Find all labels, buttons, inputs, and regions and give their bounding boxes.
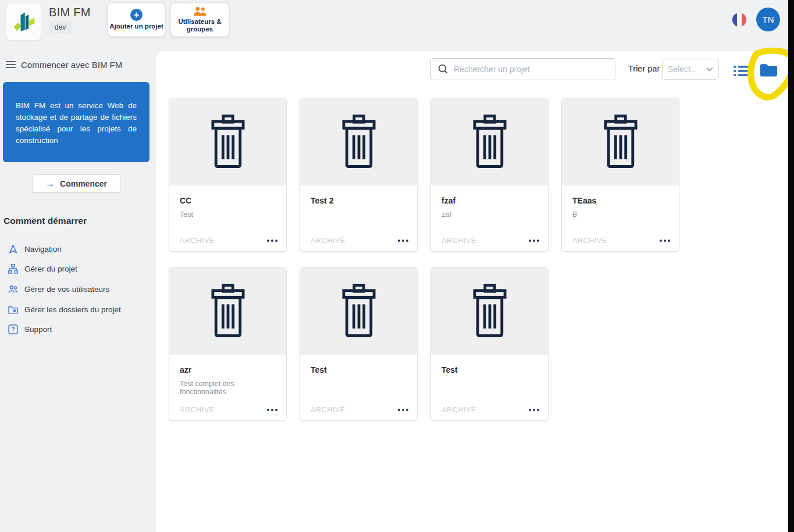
project-card[interactable]: Test ARCHIVÉ xyxy=(300,267,418,421)
search-box xyxy=(430,58,615,80)
add-project-button[interactable]: + Ajouter un projet xyxy=(108,3,165,37)
project-thumbnail xyxy=(562,98,679,185)
intro-card: BIM FM est un service Web de stockage et… xyxy=(3,82,149,162)
project-grid: CC Test ARCHIVÉ Test 2 ARCHIVÉ fzaf zaf xyxy=(169,98,682,421)
folder-view-icon[interactable] xyxy=(760,62,778,77)
sidebar-item-navigation[interactable]: Navigation xyxy=(8,239,121,259)
navigation-icon xyxy=(8,244,18,254)
help-icon: ? xyxy=(8,324,18,334)
users-outline-icon xyxy=(8,284,18,294)
card-menu-button[interactable] xyxy=(658,237,671,244)
trash-icon xyxy=(211,114,245,170)
chevron-down-icon xyxy=(706,67,713,72)
card-menu-button[interactable] xyxy=(528,406,540,413)
trash-icon xyxy=(604,114,638,170)
svg-text:?: ? xyxy=(11,326,15,333)
sidebar-item-label: Gérer les dossiers du projet xyxy=(24,305,121,314)
card-menu-button[interactable] xyxy=(266,406,279,413)
users-groups-label: Utilisateurs & groupes xyxy=(175,18,226,33)
sidebar-title: Commencer avec BIM FM xyxy=(21,60,122,70)
bim-fm-logo-icon xyxy=(11,9,37,35)
sidebar-item-manage-project[interactable]: Gérer du projet xyxy=(8,259,121,280)
sort-by-label: Trier par xyxy=(628,64,660,73)
app-title: BIM FM xyxy=(49,6,91,19)
plus-icon: + xyxy=(130,9,143,21)
project-subtitle: B xyxy=(572,210,668,219)
app-logo[interactable] xyxy=(6,3,41,41)
project-title: fzaf xyxy=(441,196,537,205)
project-subtitle: zaf xyxy=(441,210,537,219)
project-card[interactable]: fzaf zaf ARCHIVÉ xyxy=(430,98,549,252)
project-thumbnail xyxy=(169,267,286,355)
project-subtitle: Test complet des fonctionnalités xyxy=(180,380,276,396)
project-title: Test xyxy=(311,365,407,374)
card-menu-button[interactable] xyxy=(397,406,410,413)
environment-badge: dev xyxy=(49,22,72,33)
project-card[interactable]: azr Test complet des fonctionnalités ARC… xyxy=(169,267,287,421)
sidebar-item-label: Gérer de vos utilisateurs xyxy=(24,285,109,294)
sidebar-item-label: Gérer du projet xyxy=(24,265,77,273)
search-icon xyxy=(438,64,448,74)
trash-icon xyxy=(342,114,376,170)
project-title: TEaas xyxy=(572,196,668,205)
status-badge: ARCHIVÉ xyxy=(180,406,215,414)
sidebar-item-label: Navigation xyxy=(24,245,62,253)
card-menu-button[interactable] xyxy=(528,237,540,244)
status-badge: ARCHIVÉ xyxy=(180,237,215,245)
status-badge: ARCHIVÉ xyxy=(311,237,346,245)
sidebar-item-manage-folders[interactable]: Gérer les dossiers du projet xyxy=(8,299,121,320)
card-menu-button[interactable] xyxy=(397,237,410,244)
start-button-label: Commencer xyxy=(60,179,107,188)
status-badge: ARCHIVÉ xyxy=(311,406,346,414)
project-card[interactable]: Test ARCHIVÉ xyxy=(430,267,549,421)
project-thumbnail xyxy=(300,98,417,185)
project-title: Test 2 xyxy=(311,196,407,205)
trash-icon xyxy=(473,114,507,170)
trash-icon xyxy=(211,283,245,339)
sort-select[interactable]: Select.. xyxy=(662,59,719,80)
project-subtitle: Test xyxy=(180,210,276,219)
trash-icon xyxy=(473,283,507,339)
users-icon xyxy=(193,6,207,16)
sort-select-value: Select.. xyxy=(668,65,703,74)
project-card[interactable]: Test 2 ARCHIVÉ xyxy=(300,98,418,252)
project-thumbnail xyxy=(169,98,286,185)
folder-image-icon xyxy=(8,305,18,315)
status-badge: ARCHIVÉ xyxy=(441,406,476,414)
add-project-label: Ajouter un projet xyxy=(109,23,163,30)
sidebar-item-manage-users[interactable]: Gérer de vos utilisateurs xyxy=(8,279,121,299)
search-input[interactable] xyxy=(454,65,608,74)
list-view-icon[interactable] xyxy=(734,65,749,77)
project-card[interactable]: CC Test ARCHIVÉ xyxy=(169,98,287,252)
sidebar-nav: Navigation Gérer du projet xyxy=(8,239,121,340)
project-thumbnail xyxy=(431,267,548,355)
project-title: Test xyxy=(441,365,537,374)
user-avatar[interactable]: TN xyxy=(756,8,780,31)
project-card[interactable]: TEaas B ARCHIVÉ xyxy=(561,98,679,252)
users-groups-button[interactable]: Utilisateurs & groupes xyxy=(170,3,229,37)
sidebar-item-label: Support xyxy=(24,325,52,334)
project-thumbnail xyxy=(300,267,417,355)
card-menu-button[interactable] xyxy=(266,237,279,244)
status-badge: ARCHIVÉ xyxy=(572,237,607,245)
screen-edge-strip xyxy=(788,0,794,532)
intro-text: BIM FM est un service Web de stockage et… xyxy=(16,101,137,145)
arrow-right-icon: → xyxy=(45,178,55,189)
status-badge: ARCHIVÉ xyxy=(441,237,476,245)
start-button[interactable]: → Commencer xyxy=(32,174,120,192)
sidebar-item-support[interactable]: ? Support xyxy=(8,319,121,340)
trash-icon xyxy=(342,283,376,339)
app-window: BIM FM dev + Ajouter un projet Utilisate… xyxy=(0,0,794,532)
menu-icon[interactable] xyxy=(6,61,16,68)
language-flag-icon[interactable] xyxy=(732,13,746,27)
project-thumbnail xyxy=(431,98,548,185)
how-to-start-heading: Comment démarrer xyxy=(3,216,87,226)
project-title: CC xyxy=(180,196,276,205)
project-title: azr xyxy=(180,365,276,374)
sitemap-icon xyxy=(8,264,18,274)
